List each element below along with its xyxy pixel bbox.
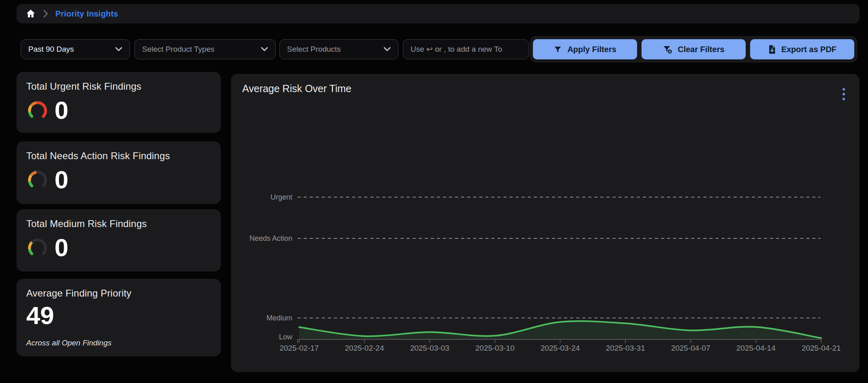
x-axis-label: 2025-03-24 bbox=[541, 344, 580, 353]
average-risk-chart bbox=[231, 74, 860, 372]
y-axis-label: Needs Action bbox=[236, 234, 292, 243]
product-types-placeholder: Select Product Types bbox=[142, 45, 214, 54]
filter-icon bbox=[554, 45, 562, 54]
filter-clear-icon bbox=[663, 45, 673, 54]
products-placeholder: Select Products bbox=[287, 45, 341, 54]
card-average-priority: Average Finding Priority 49 Across all O… bbox=[17, 279, 221, 356]
card-title: Total Urgent Risk Findings bbox=[26, 81, 211, 92]
chevron-down-icon bbox=[115, 46, 122, 53]
card-title: Total Medium Risk Findings bbox=[26, 218, 211, 229]
x-axis-label: 2025-02-17 bbox=[279, 344, 319, 353]
gauge-icon bbox=[26, 98, 49, 122]
chevron-down-icon bbox=[261, 46, 268, 53]
date-range-select[interactable]: Past 90 Days bbox=[21, 39, 130, 59]
file-download-icon bbox=[768, 45, 776, 54]
y-axis-label: Medium bbox=[236, 314, 292, 322]
apply-filters-button[interactable]: Apply Filters bbox=[533, 39, 637, 59]
y-axis-label: Low bbox=[236, 333, 292, 341]
card-total-medium: Total Medium Risk Findings 0 bbox=[17, 209, 221, 271]
x-axis-label: 2025-02-24 bbox=[345, 344, 384, 353]
tag-input[interactable] bbox=[403, 39, 529, 59]
card-subtitle: Across all Open Findings bbox=[26, 339, 211, 347]
product-types-select[interactable]: Select Product Types bbox=[134, 39, 276, 59]
x-axis-label: 2025-03-03 bbox=[410, 344, 449, 353]
x-axis-label: 2025-04-14 bbox=[736, 344, 776, 353]
date-range-value: Past 90 Days bbox=[28, 45, 74, 54]
chevron-right-icon bbox=[43, 9, 48, 18]
chevron-down-icon bbox=[384, 46, 391, 53]
card-value: 0 bbox=[55, 98, 68, 123]
filter-actions-group: Apply Filters Clear Filters Export as bbox=[530, 36, 858, 63]
risk-over-time-panel: Average Risk Over Time UrgentNeeds Actio… bbox=[231, 74, 860, 372]
card-title: Total Needs Action Risk Findings bbox=[26, 150, 211, 162]
card-value: 0 bbox=[55, 235, 68, 260]
card-value: 49 bbox=[26, 303, 54, 328]
card-value: 0 bbox=[55, 167, 68, 192]
card-title: Average Finding Priority bbox=[26, 288, 211, 299]
home-icon[interactable] bbox=[25, 8, 36, 19]
clear-filters-button[interactable]: Clear Filters bbox=[642, 39, 746, 59]
priority-insights-page: Priority Insights Past 90 Days Select Pr… bbox=[0, 0, 868, 383]
x-axis-label: 2025-03-31 bbox=[606, 344, 645, 353]
export-pdf-button[interactable]: Export as PDF bbox=[750, 39, 854, 59]
card-total-urgent: Total Urgent Risk Findings 0 bbox=[17, 72, 221, 133]
card-total-needs-action: Total Needs Action Risk Findings 0 bbox=[17, 141, 221, 204]
x-axis-label: 2025-04-21 bbox=[801, 344, 841, 353]
gauge-icon bbox=[26, 168, 49, 192]
products-select[interactable]: Select Products bbox=[279, 39, 398, 59]
x-axis-label: 2025-04-07 bbox=[671, 344, 710, 353]
y-axis-label: Urgent bbox=[236, 193, 292, 202]
x-axis-label: 2025-03-10 bbox=[475, 344, 514, 353]
breadcrumb: Priority Insights bbox=[17, 4, 860, 23]
gauge-icon bbox=[26, 236, 49, 260]
breadcrumb-current[interactable]: Priority Insights bbox=[55, 9, 118, 19]
